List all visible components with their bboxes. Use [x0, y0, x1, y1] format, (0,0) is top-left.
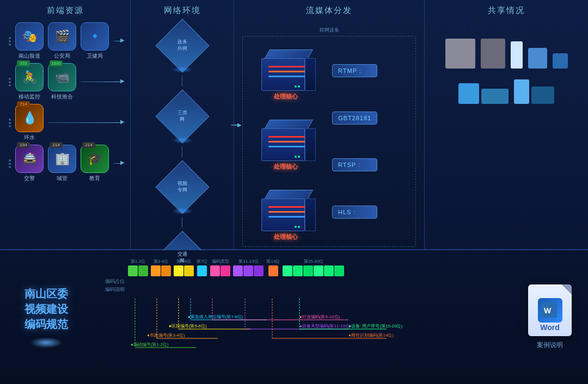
seg-type: 编码类型 — [210, 258, 230, 276]
device-mobile[interactable]: 333 🚴 移动监控 — [15, 63, 44, 101]
device-chengguan[interactable]: 214 🏢 城管 — [48, 145, 76, 182]
jiaojing-badge: 234 — [17, 142, 30, 148]
protocol-rtmp: RTMP : — [332, 64, 377, 77]
coding-desc-row: 编码说明 — [98, 286, 506, 293]
server-3d-2 — [256, 117, 316, 161]
device-weijian[interactable]: 🔹 卫健局 — [81, 22, 109, 60]
srv-lights-3 — [295, 226, 300, 228]
jiaoyu-icon: 214 🎓 — [81, 145, 109, 173]
server-label-2: 处理核心 — [274, 163, 298, 171]
seg-block-3 — [151, 265, 161, 276]
glow-orb — [30, 337, 63, 348]
share-block-white — [511, 41, 523, 69]
desc-1: ●编础编号(第1-2位) — [131, 342, 169, 348]
seg-block-17 — [303, 265, 313, 276]
chengguan-label: 城管 — [57, 175, 68, 182]
seg-block-15 — [283, 265, 292, 276]
conn-arrow-3 — [48, 122, 121, 123]
seg-block-16 — [293, 265, 303, 276]
jiaoyu-badge: 214 — [82, 142, 95, 148]
panel-share: 共享情况 — [425, 0, 588, 249]
srv-stripe-1b — [268, 71, 310, 72]
diamond-glow-2 — [171, 137, 193, 144]
seg-block-8 — [210, 265, 220, 276]
srv-stripe-2b — [268, 141, 310, 143]
panel-streaming: 流媒体分发 联网设备 联网设备 — [234, 0, 425, 249]
app-container: 前端资源 🎭 南山脸道 🎬 公安局 🔹 — [0, 0, 588, 384]
word-icon-svg: W — [542, 302, 558, 319]
row-dots-3 — [9, 119, 11, 127]
diamond-zhengwu: 政务外网 — [163, 27, 201, 65]
panel-network: 网络环境 政务外网 三类网 — [131, 0, 234, 249]
servers-column: 处理核心 — [240, 22, 327, 261]
srv-stripe-1a — [268, 66, 310, 67]
streaming-content: 联网设备 联网设备 — [240, 22, 419, 261]
device-row-1: 🎭 南山脸道 🎬 公安局 🔹 卫健局 — [9, 22, 121, 60]
svg-text:W: W — [544, 306, 552, 315]
network-diamonds: 政务外网 三类网 — [136, 27, 228, 277]
server-2: 处理核心 — [256, 117, 316, 171]
segment-headers: 第1-2位 第3-4位 第5-6位 — [98, 258, 506, 276]
share-block-blue2 — [553, 53, 568, 69]
coding-occupied-row: 编码占位 — [98, 278, 506, 285]
device-gong-an[interactable]: 🎬 公安局 — [48, 22, 76, 60]
row-dots-2 — [9, 78, 11, 86]
huanshui-badge: 714 — [17, 101, 30, 107]
seg-block-6 — [184, 265, 194, 276]
srv-stripe-3b — [268, 211, 310, 213]
desc-7: ●商性识别编码(第14位) — [348, 332, 394, 338]
conn-arrow-4 — [113, 163, 121, 164]
seg-3-4: 第3-4位 — [151, 258, 171, 276]
desc-5: ●行业编码(第9-10位) — [299, 314, 340, 320]
device-nanshan[interactable]: 🎭 南山脸道 — [15, 22, 44, 60]
seg-7: 第7位 — [197, 258, 207, 276]
word-doc-icon: W — [538, 298, 562, 323]
gongan-icon: 🎬 — [48, 22, 76, 51]
seg-14: 第14位 — [266, 258, 280, 276]
srv-front-2 — [261, 128, 305, 161]
device-huanshui[interactable]: 714 💧 环水 — [15, 104, 44, 141]
diamond-shipin: 视频专网 — [163, 168, 201, 206]
srv-stripe-3a — [268, 206, 310, 208]
seg-block-2 — [138, 265, 148, 276]
device-jiaojing[interactable]: 234 🚔 交警 — [15, 145, 44, 182]
jiaojing-icon: 234 🚔 — [15, 145, 44, 173]
bottom-center: 第1-2位 第3-4位 第5-6位 — [93, 250, 512, 384]
seg-block-9 — [220, 265, 230, 276]
vert-line-1 — [182, 76, 182, 86]
seg-block-13 — [254, 265, 264, 276]
srv-stripe-2c — [268, 146, 310, 147]
seg-block-5 — [174, 265, 183, 276]
share-block-lblue3 — [514, 79, 529, 104]
seg-15-20: 第15-20位 — [283, 258, 344, 276]
desc-4: ●紧急接入单位编号(第7-8位) — [188, 314, 243, 320]
share-title: 共享情况 — [430, 5, 583, 16]
keji-icon: 1500 📹 — [48, 63, 76, 91]
vert-line-3 — [182, 217, 182, 228]
weijian-icon: 🔹 — [81, 22, 109, 51]
desc-area: ●编础编号(第1-2位) ●市政编号(第3-4位) ●区段编号(第5-6位) ●… — [98, 296, 506, 350]
nanshan-label: 南山脸道 — [19, 52, 40, 60]
seg-block-4 — [161, 265, 171, 276]
share-block-blue1 — [528, 48, 547, 69]
device-row-2: 333 🚴 移动监控 1500 📹 科技推合 — [9, 63, 121, 101]
weijian-label: 卫健局 — [87, 52, 103, 60]
seg-block-18 — [314, 265, 323, 276]
frontend-title: 前端资源 — [5, 5, 125, 16]
coding-occupied-label: 编码占位 — [98, 278, 128, 285]
chengguan-icon: 214 🏢 — [48, 145, 76, 173]
seg-block-1 — [128, 265, 138, 276]
seg-1-2: 第1-2位 — [128, 258, 148, 276]
diamond-sanlei: 三类网 — [163, 97, 201, 135]
srv-side-1 — [305, 58, 316, 91]
huanshui-icon: 714 💧 — [15, 104, 44, 132]
jiaojing-label: 交警 — [24, 175, 35, 182]
srv-stripe-3c — [268, 216, 310, 218]
seg-block-14 — [268, 265, 278, 276]
row-dots-4 — [9, 159, 11, 168]
device-jiaoyu[interactable]: 214 🎓 教育 — [81, 145, 109, 182]
device-keji[interactable]: 1500 📹 科技推合 — [48, 63, 76, 101]
word-document[interactable]: W Word — [528, 284, 572, 336]
top-label: 联网设备 — [320, 27, 339, 34]
chengguan-badge: 214 — [50, 142, 63, 148]
